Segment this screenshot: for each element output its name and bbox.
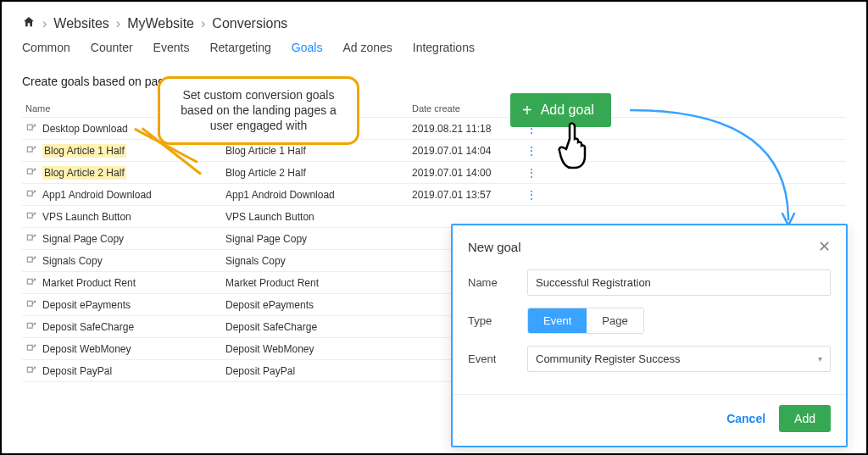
goal-name-input[interactable] — [527, 269, 831, 296]
goal-display: Deposit ePayments — [225, 299, 412, 311]
goal-date: 2019.07.01 14:04 — [412, 145, 522, 157]
chevron-down-icon: ▾ — [818, 354, 822, 363]
add-goal-button[interactable]: + Add goal — [510, 93, 611, 127]
table-header: Name Date create — [22, 100, 846, 118]
goal-date: 2019.07.01 14:00 — [412, 167, 522, 179]
goal-name: Deposit ePayments — [42, 299, 131, 311]
type-option-page[interactable]: Page — [587, 308, 643, 333]
goal-date: 2019.07.01 13:57 — [412, 189, 522, 201]
cancel-button[interactable]: Cancel — [726, 412, 765, 425]
goal-display: Deposit WebMoney — [225, 343, 412, 355]
tabs: Common Counter Events Retargeting Goals … — [22, 41, 846, 58]
home-icon[interactable] — [22, 15, 36, 32]
table-row[interactable]: Blog Article 2 HalfBlog Article 2 Half20… — [22, 162, 846, 184]
goal-name: Blog Article 2 Half — [42, 166, 126, 180]
goal-name: Deposit PayPal — [42, 365, 112, 377]
goal-display: Signal Page Copy — [225, 233, 412, 245]
type-toggle: Event Page — [527, 308, 644, 334]
tab-adzones[interactable]: Ad zones — [342, 41, 392, 58]
event-select-value: Community Register Success — [536, 352, 681, 365]
goal-name: Signals Copy — [42, 255, 103, 267]
form-label-name: Name — [468, 276, 527, 289]
goal-name: Deposit WebMoney — [42, 343, 131, 355]
add-button[interactable]: Add — [779, 405, 831, 432]
goal-icon — [25, 233, 37, 245]
goal-icon — [25, 167, 37, 179]
tab-integrations[interactable]: Integrations — [413, 41, 475, 58]
chevron-right-icon: › — [116, 16, 120, 31]
new-goal-modal: New goal ✕ Name Type Event Page — [451, 224, 848, 447]
goal-icon — [25, 123, 37, 135]
goal-display: Deposit PayPal — [225, 365, 412, 377]
goal-display: App1 Android Download — [225, 189, 412, 201]
goal-display: Deposit SafeCharge — [225, 321, 412, 333]
breadcrumb-conversions[interactable]: Conversions — [212, 16, 287, 31]
breadcrumb: › Websites › MyWebsite › Conversions — [22, 15, 846, 32]
row-menu-icon[interactable]: ⋮ — [526, 144, 537, 158]
goal-name: VPS Launch Button — [42, 211, 131, 223]
event-select[interactable]: Community Register Success ▾ — [527, 346, 831, 372]
goal-display: Blog Article 2 Half — [225, 167, 412, 179]
row-menu-icon[interactable]: ⋮ — [526, 188, 537, 202]
goal-icon — [25, 145, 37, 157]
page-subtitle: Create goals based on pages and events — [22, 75, 846, 88]
goal-icon — [25, 255, 37, 267]
close-icon[interactable]: ✕ — [818, 237, 831, 256]
goal-icon — [25, 189, 37, 201]
chevron-right-icon: › — [42, 16, 47, 31]
goal-name: Market Product Rent — [42, 277, 136, 289]
goal-display: Blog Article 1 Half — [225, 145, 412, 157]
table-row[interactable]: App1 Android DownloadApp1 Android Downlo… — [22, 184, 846, 206]
table-header-date: Date create — [412, 103, 522, 114]
modal-title: New goal — [468, 240, 521, 254]
tab-counter[interactable]: Counter — [91, 41, 133, 58]
plus-icon: + — [522, 102, 532, 119]
goal-icon — [25, 365, 37, 377]
goal-name: Desktop Download — [42, 123, 128, 135]
chevron-right-icon: › — [201, 16, 205, 31]
tab-events[interactable]: Events — [153, 41, 190, 58]
breadcrumb-websites[interactable]: Websites — [53, 16, 109, 31]
goal-name: Deposit SafeCharge — [42, 321, 134, 333]
goal-icon — [25, 211, 37, 223]
goal-name: Signal Page Copy — [42, 233, 124, 245]
goal-display: Signals Copy — [225, 255, 412, 267]
row-menu-icon[interactable]: ⋮ — [526, 166, 537, 180]
goal-name: Blog Article 1 Half — [42, 144, 126, 158]
goal-date: 2019.08.21 11:18 — [412, 123, 522, 135]
table-row[interactable]: Blog Article 1 HalfBlog Article 1 Half20… — [22, 140, 846, 162]
annotation-callout: Set custom conversion goals based on the… — [158, 76, 359, 145]
goal-name: App1 Android Download — [42, 189, 152, 201]
form-label-event: Event — [468, 352, 527, 365]
goal-icon — [25, 321, 37, 333]
goal-icon — [25, 299, 37, 311]
goal-display: Market Product Rent — [225, 277, 412, 289]
breadcrumb-mywebsite[interactable]: MyWebsite — [127, 16, 194, 31]
add-goal-button-label: Add goal — [541, 103, 594, 118]
goal-display: VPS Launch Button — [225, 211, 412, 223]
tab-goals[interactable]: Goals — [292, 41, 323, 58]
tab-retargeting[interactable]: Retargeting — [209, 41, 270, 58]
form-label-type: Type — [468, 314, 527, 327]
goal-icon — [25, 277, 37, 289]
goal-icon — [25, 343, 37, 355]
type-option-event[interactable]: Event — [528, 308, 587, 333]
tab-common[interactable]: Common — [22, 41, 70, 58]
